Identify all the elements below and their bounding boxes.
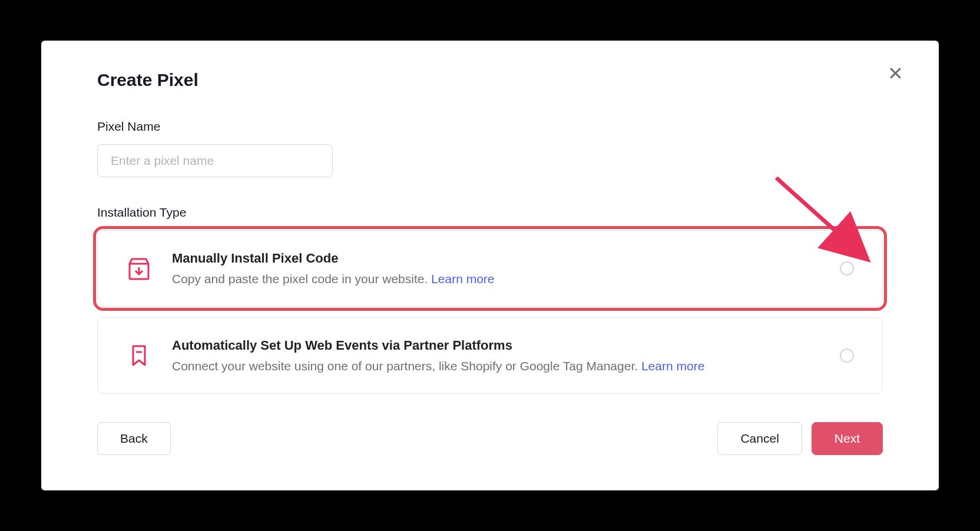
close-icon: ✕ <box>888 63 903 84</box>
option-radio[interactable] <box>840 261 854 276</box>
close-button[interactable]: ✕ <box>888 64 903 83</box>
cancel-button[interactable]: Cancel <box>717 422 802 455</box>
option-radio[interactable] <box>840 349 854 363</box>
learn-more-link[interactable]: Learn more <box>641 359 704 373</box>
back-button[interactable]: Back <box>97 422 171 455</box>
option-manual-install[interactable]: Manually Install Pixel Code Copy and pas… <box>97 230 883 307</box>
option-description: Copy and paste the pixel code in your we… <box>172 272 820 286</box>
learn-more-link[interactable]: Learn more <box>431 272 494 286</box>
pixel-name-input[interactable] <box>97 144 333 177</box>
option-title: Manually Install Pixel Code <box>172 251 820 266</box>
pixel-name-label: Pixel Name <box>97 120 883 134</box>
next-button[interactable]: Next <box>812 422 883 455</box>
create-pixel-modal: ✕ Create Pixel Pixel Name Installation T… <box>41 41 939 490</box>
option-description: Connect your website using one of our pa… <box>172 359 820 373</box>
modal-footer: Back Cancel Next <box>97 422 883 455</box>
installation-options: Manually Install Pixel Code Copy and pas… <box>97 230 883 394</box>
option-title: Automatically Set Up Web Events via Part… <box>172 338 820 353</box>
option-text: Automatically Set Up Web Events via Part… <box>172 338 820 373</box>
download-box-icon <box>126 255 152 281</box>
installation-type-label: Installation Type <box>97 205 883 220</box>
footer-right: Cancel Next <box>717 422 883 455</box>
bookmark-icon <box>126 343 152 369</box>
modal-title: Create Pixel <box>97 70 883 90</box>
option-auto-setup[interactable]: Automatically Set Up Web Events via Part… <box>97 317 883 394</box>
option-text: Manually Install Pixel Code Copy and pas… <box>172 251 820 286</box>
